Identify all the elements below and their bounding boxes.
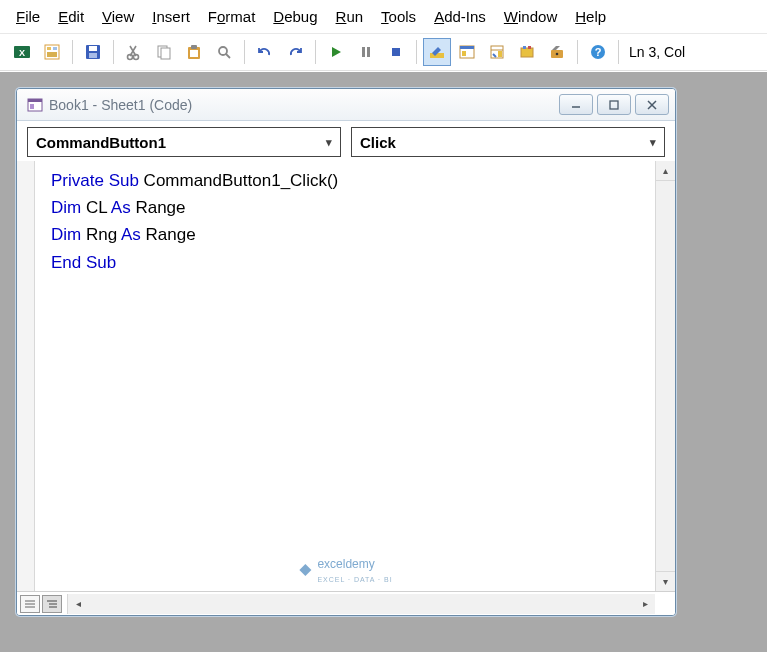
toolbox-icon[interactable] bbox=[543, 38, 571, 66]
menu-file[interactable]: FFileile bbox=[16, 8, 40, 25]
form-icon[interactable] bbox=[38, 38, 66, 66]
margin-indicator-bar[interactable] bbox=[17, 161, 35, 591]
close-button[interactable] bbox=[635, 94, 669, 115]
menu-view[interactable]: View bbox=[102, 8, 134, 25]
svg-rect-21 bbox=[392, 48, 400, 56]
menu-debug[interactable]: Debug bbox=[273, 8, 317, 25]
svg-point-10 bbox=[134, 55, 139, 60]
object-browser-icon[interactable] bbox=[513, 38, 541, 66]
vertical-scrollbar[interactable]: ▴ ▾ bbox=[655, 161, 675, 591]
redo-icon[interactable] bbox=[281, 38, 309, 66]
cut-icon[interactable] bbox=[120, 38, 148, 66]
svg-text:?: ? bbox=[595, 46, 602, 58]
svg-rect-8 bbox=[89, 53, 97, 58]
paste-icon[interactable] bbox=[180, 38, 208, 66]
menu-bar: FFileile Edit View Insert Format Debug R… bbox=[0, 0, 767, 34]
minimize-button[interactable] bbox=[559, 94, 593, 115]
svg-point-9 bbox=[128, 55, 133, 60]
svg-point-33 bbox=[556, 53, 559, 56]
cursor-position: Ln 3, Col bbox=[629, 44, 685, 60]
svg-rect-24 bbox=[460, 46, 474, 49]
svg-rect-20 bbox=[367, 47, 370, 57]
procedure-view-button[interactable] bbox=[20, 595, 40, 613]
svg-rect-15 bbox=[190, 50, 198, 57]
pause-icon[interactable] bbox=[352, 38, 380, 66]
svg-rect-5 bbox=[47, 52, 57, 57]
menu-help[interactable]: Help bbox=[575, 8, 606, 25]
svg-rect-29 bbox=[521, 48, 533, 57]
svg-rect-25 bbox=[462, 51, 466, 56]
svg-rect-37 bbox=[28, 99, 42, 102]
code-editor[interactable]: Private Sub CommandButton1_Click() Dim C… bbox=[35, 161, 655, 591]
svg-rect-12 bbox=[161, 48, 170, 59]
chevron-down-icon: ▾ bbox=[650, 136, 656, 149]
svg-marker-18 bbox=[332, 47, 341, 57]
save-icon[interactable] bbox=[79, 38, 107, 66]
svg-point-16 bbox=[219, 47, 227, 55]
menu-edit[interactable]: Edit bbox=[58, 8, 84, 25]
full-module-view-button[interactable] bbox=[42, 595, 62, 613]
code-window: Book1 - Sheet1 (Code) CommandButton1▾ Cl… bbox=[16, 88, 676, 616]
svg-rect-4 bbox=[53, 47, 57, 50]
menu-window[interactable]: Window bbox=[504, 8, 557, 25]
stop-icon[interactable] bbox=[382, 38, 410, 66]
title-bar[interactable]: Book1 - Sheet1 (Code) bbox=[17, 89, 675, 121]
horizontal-scrollbar[interactable]: ◂ ▸ bbox=[67, 594, 655, 614]
maximize-button[interactable] bbox=[597, 94, 631, 115]
svg-rect-3 bbox=[47, 47, 51, 50]
watermark: exceldemyEXCEL · DATA · BI bbox=[297, 555, 392, 585]
svg-marker-41 bbox=[299, 564, 311, 576]
properties-icon[interactable] bbox=[483, 38, 511, 66]
window-title: Book1 - Sheet1 (Code) bbox=[49, 97, 192, 113]
svg-rect-7 bbox=[89, 46, 97, 51]
code-window-icon bbox=[27, 97, 43, 113]
project-explorer-icon[interactable] bbox=[453, 38, 481, 66]
find-icon[interactable] bbox=[210, 38, 238, 66]
scroll-down-icon[interactable]: ▾ bbox=[656, 571, 675, 591]
menu-run[interactable]: Run bbox=[336, 8, 364, 25]
menu-insert[interactable]: Insert bbox=[152, 8, 190, 25]
scroll-right-icon[interactable]: ▸ bbox=[635, 598, 655, 609]
run-icon[interactable] bbox=[322, 38, 350, 66]
workspace: Book1 - Sheet1 (Code) CommandButton1▾ Cl… bbox=[0, 72, 767, 652]
svg-rect-31 bbox=[528, 46, 531, 49]
scroll-left-icon[interactable]: ◂ bbox=[68, 598, 88, 609]
svg-text:X: X bbox=[19, 48, 25, 58]
menu-format[interactable]: Format bbox=[208, 8, 256, 25]
design-mode-icon[interactable] bbox=[423, 38, 451, 66]
chevron-down-icon: ▾ bbox=[326, 136, 332, 149]
excel-icon[interactable]: X bbox=[8, 38, 36, 66]
menu-tools[interactable]: Tools bbox=[381, 8, 416, 25]
svg-rect-14 bbox=[191, 45, 197, 49]
svg-rect-28 bbox=[498, 51, 502, 57]
svg-rect-30 bbox=[523, 46, 526, 49]
toolbar: X ? Ln 3, Col bbox=[0, 34, 767, 71]
copy-icon[interactable] bbox=[150, 38, 178, 66]
scroll-up-icon[interactable]: ▴ bbox=[656, 161, 675, 181]
procedure-dropdown[interactable]: Click▾ bbox=[351, 127, 665, 157]
object-dropdown[interactable]: CommandButton1▾ bbox=[27, 127, 341, 157]
svg-rect-19 bbox=[362, 47, 365, 57]
undo-icon[interactable] bbox=[251, 38, 279, 66]
svg-rect-40 bbox=[610, 101, 618, 109]
svg-rect-38 bbox=[30, 104, 34, 109]
menu-addins[interactable]: Add-Ins bbox=[434, 8, 486, 25]
svg-line-17 bbox=[226, 54, 230, 58]
help-icon[interactable]: ? bbox=[584, 38, 612, 66]
